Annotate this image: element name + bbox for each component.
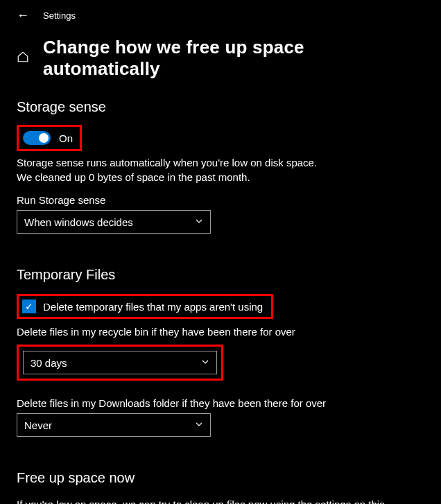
title-row: Change how we free up space automaticall… xyxy=(17,37,424,80)
page-title: Change how we free up space automaticall… xyxy=(43,37,424,80)
storage-sense-desc2: We cleaned up 0 bytes of space in the pa… xyxy=(17,170,424,184)
storage-sense-toggle-row: On xyxy=(19,127,80,149)
delete-temp-checkbox-label: Delete temporary files that my apps aren… xyxy=(43,301,263,313)
app-title: Settings xyxy=(43,10,76,21)
checkmark-icon: ✓ xyxy=(25,301,33,312)
run-storage-sense-dropdown[interactable]: When windows decides xyxy=(17,210,211,234)
recycle-dropdown-value: 30 days xyxy=(31,357,67,369)
downloads-label: Delete files in my Downloads folder if t… xyxy=(17,397,424,409)
recycle-bin-dropdown[interactable]: 30 days xyxy=(23,351,217,374)
downloads-dropdown-value: Never xyxy=(24,419,52,431)
run-storage-sense-label: Run Storage sense xyxy=(17,194,424,206)
back-arrow-icon[interactable]: ← xyxy=(17,8,29,23)
header-bar: ← Settings xyxy=(0,0,441,28)
delete-temp-checkbox[interactable]: ✓ xyxy=(22,299,36,313)
free-up-space-heading: Free up space now xyxy=(17,470,424,486)
toggle-highlight: On xyxy=(17,125,82,151)
storage-sense-heading: Storage sense xyxy=(17,99,424,115)
home-icon[interactable] xyxy=(17,51,29,67)
recycle-dropdown-highlight: 30 days xyxy=(17,345,223,381)
toggle-knob xyxy=(39,133,49,143)
temporary-files-heading: Temporary Files xyxy=(17,267,424,283)
storage-sense-toggle[interactable] xyxy=(23,131,51,145)
checkbox-highlight: ✓ Delete temporary files that my apps ar… xyxy=(17,294,273,319)
delete-temp-checkbox-row: ✓ Delete temporary files that my apps ar… xyxy=(19,296,271,317)
run-dropdown-value: When windows decides xyxy=(24,216,133,228)
downloads-dropdown[interactable]: Never xyxy=(17,413,211,437)
chevron-down-icon xyxy=(201,358,209,368)
chevron-down-icon xyxy=(195,217,203,227)
recycle-bin-label: Delete files in my recycle bin if they h… xyxy=(17,326,424,338)
storage-sense-desc1: Storage sense runs automatically when yo… xyxy=(17,155,424,170)
toggle-state-label: On xyxy=(59,132,73,144)
chevron-down-icon xyxy=(195,420,203,431)
content-area: Change how we free up space automaticall… xyxy=(0,28,441,504)
free-up-space-body: If you're low on space, we can try to cl… xyxy=(17,497,391,504)
